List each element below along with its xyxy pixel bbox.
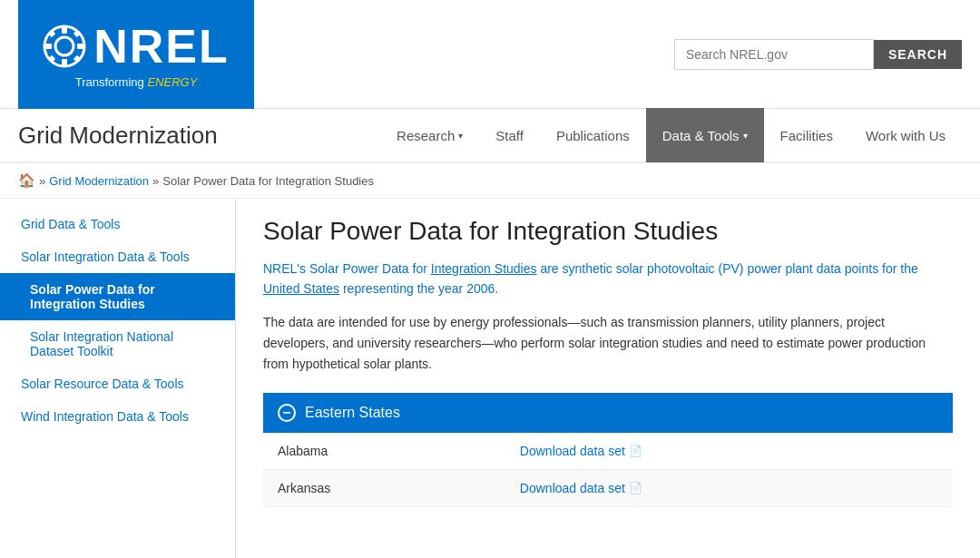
svg-rect-6 bbox=[48, 30, 55, 37]
sidebar-item-grid-data-tools[interactable]: Grid Data & Tools bbox=[0, 208, 235, 240]
download-arkansas[interactable]: Download data set 📄 bbox=[520, 481, 938, 495]
breadcrumb-separator-2: » bbox=[152, 174, 159, 188]
sidebar-item-solar-resource[interactable]: Solar Resource Data & Tools bbox=[0, 367, 235, 400]
breadcrumb: 🏠 » Grid Modernization » Solar Power Dat… bbox=[0, 163, 980, 199]
intro-paragraph: NREL's Solar Power Data for Integration … bbox=[263, 259, 953, 299]
nav-staff[interactable]: Staff bbox=[479, 108, 540, 162]
state-name: Arkansas bbox=[263, 470, 505, 507]
svg-rect-3 bbox=[62, 59, 67, 66]
state-name: Alabama bbox=[263, 433, 505, 470]
sidebar-item-solar-integration[interactable]: Solar Integration Data & Tools bbox=[0, 240, 235, 273]
body-paragraph: The data are intended for use by energy … bbox=[263, 312, 953, 375]
svg-rect-8 bbox=[48, 55, 55, 63]
sidebar-item-wind-integration[interactable]: Wind Integration Data & Tools bbox=[0, 400, 235, 433]
data-tools-caret: ▾ bbox=[743, 131, 748, 141]
eastern-states-section: − Eastern States Alabama Download data s… bbox=[263, 393, 953, 507]
sidebar: Grid Data & Tools Solar Integration Data… bbox=[0, 199, 236, 558]
svg-rect-4 bbox=[44, 44, 52, 49]
section-toggle[interactable]: − bbox=[278, 404, 296, 422]
nav-publications[interactable]: Publications bbox=[540, 108, 646, 162]
download-cell: Download data set 📄 bbox=[505, 433, 953, 470]
united-states-link[interactable]: United States bbox=[263, 281, 339, 296]
main-nav: Research ▾ Staff Publications Data & Too… bbox=[380, 109, 962, 162]
svg-rect-2 bbox=[62, 26, 67, 34]
nrel-logo-icon bbox=[43, 24, 86, 68]
section-title: Eastern States bbox=[305, 405, 400, 421]
sidebar-item-solar-national-dataset[interactable]: Solar Integration NationalDataset Toolki… bbox=[0, 320, 235, 367]
download-alabama[interactable]: Download data set 📄 bbox=[520, 444, 938, 458]
logo-subtitle: Transforming ENERGY bbox=[75, 75, 198, 89]
integration-link[interactable]: Integration Studies bbox=[431, 261, 537, 276]
logo-energy: ENERGY bbox=[147, 75, 197, 89]
nav-work-with-us[interactable]: Work with Us bbox=[849, 108, 962, 162]
table-row: Arkansas Download data set 📄 bbox=[263, 470, 953, 507]
search-input[interactable] bbox=[674, 39, 874, 70]
breadcrumb-current: Solar Power Data for Integration Studies bbox=[162, 174, 374, 188]
nav-data-tools[interactable]: Data & Tools ▾ bbox=[646, 108, 764, 162]
eastern-states-header[interactable]: − Eastern States bbox=[263, 393, 953, 433]
search-button[interactable]: SEARCH bbox=[874, 40, 962, 69]
svg-rect-5 bbox=[77, 44, 84, 49]
header: NREL Transforming ENERGY SEARCH bbox=[0, 0, 980, 109]
breadcrumb-separator-1: » bbox=[39, 174, 45, 188]
svg-rect-7 bbox=[74, 30, 81, 37]
search-area: SEARCH bbox=[674, 39, 962, 70]
table-row: Alabama Download data set 📄 bbox=[263, 433, 953, 470]
logo-text: NREL bbox=[43, 19, 230, 73]
site-title-bar: Grid Modernization Research ▾ Staff Publ… bbox=[0, 109, 980, 163]
sidebar-item-solar-power-data[interactable]: Solar Power Data forIntegration Studies bbox=[0, 273, 235, 320]
states-table: Alabama Download data set 📄 Arkansas Dow… bbox=[263, 433, 953, 507]
file-icon-arkansas: 📄 bbox=[629, 482, 642, 494]
svg-point-1 bbox=[55, 37, 74, 55]
page-title: Solar Power Data for Integration Studies bbox=[263, 217, 953, 246]
breadcrumb-home[interactable]: 🏠 bbox=[18, 172, 35, 189]
research-caret: ▾ bbox=[458, 131, 463, 141]
logo[interactable]: NREL Transforming ENERGY bbox=[18, 0, 254, 109]
file-icon-alabama: 📄 bbox=[629, 445, 642, 457]
nav-research[interactable]: Research ▾ bbox=[380, 108, 479, 162]
nav-facilities[interactable]: Facilities bbox=[764, 108, 849, 162]
svg-rect-9 bbox=[74, 55, 81, 63]
download-cell: Download data set 📄 bbox=[505, 470, 953, 507]
main-content: Solar Power Data for Integration Studies… bbox=[236, 199, 980, 558]
breadcrumb-parent[interactable]: Grid Modernization bbox=[49, 174, 149, 188]
site-title: Grid Modernization bbox=[18, 122, 218, 150]
main-layout: Grid Data & Tools Solar Integration Data… bbox=[0, 199, 980, 558]
